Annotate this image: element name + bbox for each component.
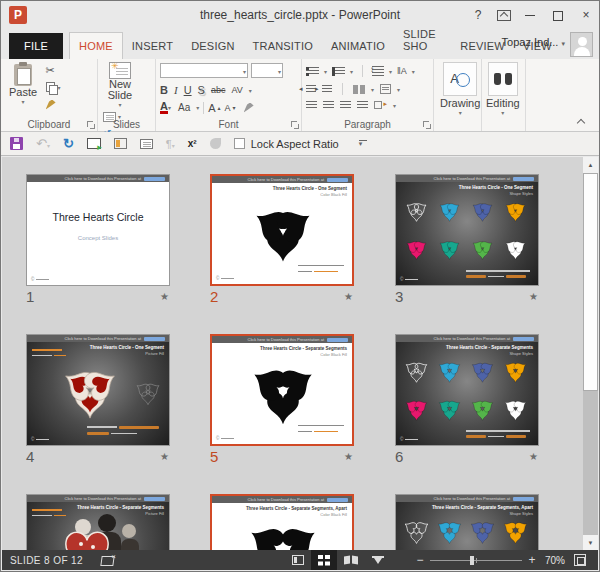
clover-color-style (403, 395, 430, 422)
columns-button[interactable] (353, 85, 365, 94)
paragraph-disabled-button[interactable]: ¶▾ (166, 138, 175, 150)
download-link-chip[interactable] (327, 498, 348, 502)
slide-thumbnail-4[interactable]: Click here to Download this Presentation… (26, 334, 170, 446)
vertical-scrollbar[interactable]: ▲ ▼ (583, 157, 598, 551)
zoom-in-button[interactable]: + (526, 553, 538, 567)
slide-thumbnail-3[interactable]: Click here to Download this Presentation… (395, 174, 539, 286)
zoom-out-button[interactable]: − (414, 553, 426, 567)
lock-aspect-ratio-checkbox[interactable] (234, 138, 245, 149)
tab-home[interactable]: HOME (69, 32, 123, 59)
collapse-ribbon-icon[interactable] (577, 117, 585, 125)
strikethrough-button[interactable]: abc (211, 85, 226, 95)
underline-button[interactable]: U (184, 84, 192, 96)
download-link-chip[interactable] (327, 338, 348, 342)
justify-button[interactable] (357, 101, 368, 110)
slide-sorter-view-button[interactable] (311, 550, 337, 570)
download-link-chip[interactable] (513, 177, 534, 181)
style-clover (403, 395, 430, 426)
paragraph-dialog-launcher-icon[interactable] (423, 121, 431, 129)
download-link-chip[interactable] (144, 177, 165, 181)
clipboard-dialog-launcher-icon[interactable] (87, 121, 95, 129)
font-dialog-launcher-icon[interactable] (291, 121, 299, 129)
align-center-button[interactable] (323, 101, 334, 110)
tab-design[interactable]: DESIGN (182, 33, 243, 59)
slide-header-line2: Shape Styles (446, 351, 533, 356)
clear-formatting-icon[interactable] (244, 103, 254, 113)
download-link-chip[interactable] (144, 497, 165, 501)
superscript-button[interactable]: x² (188, 138, 197, 149)
fit-to-window-icon[interactable] (574, 554, 586, 566)
drawing-button[interactable]: Drawing ▾ (440, 62, 480, 116)
slideshow-view-button[interactable] (365, 550, 391, 570)
numbering-button[interactable] (332, 67, 345, 76)
zoom-slider-thumb[interactable] (470, 556, 474, 565)
slide-thumbnail-5[interactable]: Click here to Download this Presentation… (210, 334, 354, 446)
account-name[interactable]: Topaz Ind... ▾ (502, 36, 565, 48)
scrollbar-thumb[interactable] (583, 173, 598, 391)
undo-button[interactable]: ↶▾ (36, 138, 50, 150)
slide-footnote-links (466, 266, 532, 278)
clover-outline-style (403, 197, 430, 224)
user-avatar[interactable] (570, 32, 593, 57)
clover-color-style (469, 395, 496, 422)
text-shadow-button[interactable]: S (198, 84, 205, 96)
copy-icon[interactable] (46, 82, 56, 93)
animation-star-icon: ★ (529, 451, 538, 462)
slide-thumbnail-6[interactable]: Click here to Download this Presentation… (395, 334, 539, 446)
download-banner-text: Click here to Download this Presentation… (65, 496, 141, 501)
format-painter-icon[interactable] (46, 100, 56, 110)
text-direction-button[interactable]: ‖A (397, 66, 407, 76)
convert-to-smartart-button[interactable] (374, 100, 387, 110)
zoom-level[interactable]: 70% (545, 555, 565, 566)
clover-color-style (502, 197, 529, 224)
copyright-glyph: © (216, 436, 219, 441)
font-name-combobox[interactable]: ▾ (160, 63, 248, 78)
download-link-chip[interactable] (327, 178, 348, 182)
increase-indent-button[interactable] (322, 85, 332, 94)
download-link-chip[interactable] (513, 497, 534, 501)
scroll-up-icon[interactable]: ▲ (583, 157, 598, 173)
download-link-chip[interactable] (144, 337, 165, 341)
start-from-beginning-icon[interactable] (87, 138, 101, 149)
reading-view-button[interactable] (337, 550, 365, 570)
bold-button[interactable]: B (160, 84, 168, 96)
tab-slide-sho[interactable]: SLIDE SHO (394, 21, 451, 59)
bullets-button[interactable] (306, 67, 319, 76)
arrange-window-icon[interactable] (114, 138, 127, 149)
redo-icon[interactable]: ↻ (63, 138, 74, 150)
character-spacing-button[interactable]: AV (231, 85, 242, 95)
slide-thumbnail-8[interactable]: Click here to Download this Presentation… (210, 494, 354, 551)
grow-font-button[interactable]: A (208, 102, 215, 114)
tab-transitio[interactable]: TRANSITIO (244, 33, 322, 59)
tab-insert[interactable]: INSERT (123, 33, 182, 59)
download-link-chip[interactable] (513, 337, 534, 341)
tab-animatio[interactable]: ANIMATIO (322, 33, 394, 59)
paste-button[interactable]: Paste ▾ (9, 62, 37, 105)
ribbon-display-options-icon[interactable] (497, 10, 511, 21)
line-spacing-button[interactable] (372, 66, 384, 76)
scroll-down-icon[interactable]: ▼ (583, 535, 598, 551)
align-text-button[interactable] (380, 84, 391, 94)
align-right-button[interactable] (340, 101, 351, 110)
tab-file[interactable]: FILE (9, 33, 63, 59)
shrink-font-button[interactable]: A (225, 103, 231, 113)
slide-thumbnail-7[interactable]: Click here to Download this Presentation… (26, 494, 170, 551)
zoom-slider[interactable] (430, 560, 522, 561)
toolbar-overflow-icon[interactable] (358, 139, 368, 149)
normal-view-button[interactable] (285, 550, 311, 570)
font-size-combobox[interactable]: ▾ (251, 63, 283, 78)
new-slide-button[interactable]: New Slide ▾ (102, 62, 138, 108)
italic-button[interactable]: I (174, 84, 178, 96)
slide-thumbnail-2[interactable]: Click here to Download this Presentation… (210, 174, 354, 286)
font-color-button[interactable]: A (160, 101, 168, 114)
slide-notes-icon[interactable] (140, 139, 153, 149)
animation-star-icon: ★ (160, 451, 169, 462)
change-case-button[interactable]: Aa (178, 102, 190, 113)
cut-icon[interactable]: ✂ (46, 64, 55, 77)
save-icon[interactable] (10, 137, 23, 150)
align-left-button[interactable] (306, 101, 317, 110)
spell-check-icon[interactable] (101, 555, 114, 566)
slide-thumbnail-9[interactable]: Click here to Download this Presentation… (395, 494, 539, 551)
slide-thumbnail-1[interactable]: Click here to Download this Presentation… (26, 174, 170, 286)
editing-button[interactable]: Editing ▾ (486, 62, 520, 116)
